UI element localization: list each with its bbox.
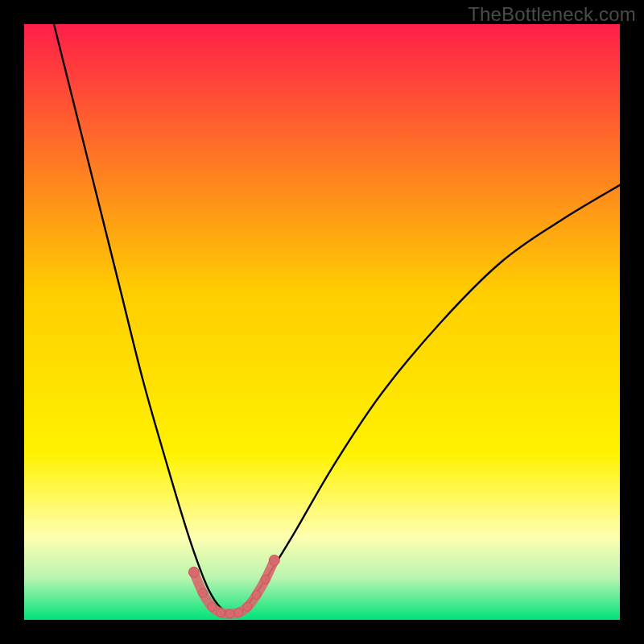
marker-dot	[252, 590, 261, 599]
marker-dot	[243, 602, 252, 611]
marker-dot	[199, 588, 208, 597]
gradient-background	[24, 24, 620, 620]
marker-dot	[225, 609, 234, 618]
watermark-text: TheBottleneck.com	[468, 3, 636, 26]
plot-area	[24, 24, 620, 620]
marker-dot	[217, 609, 225, 617]
bottleneck-chart	[24, 24, 620, 620]
marker-dot	[269, 555, 279, 566]
marker-dot	[188, 567, 199, 577]
marker-dot	[234, 609, 243, 617]
outer-frame: TheBottleneck.com	[0, 0, 644, 644]
marker-dot	[208, 602, 217, 611]
marker-dot	[261, 575, 270, 584]
